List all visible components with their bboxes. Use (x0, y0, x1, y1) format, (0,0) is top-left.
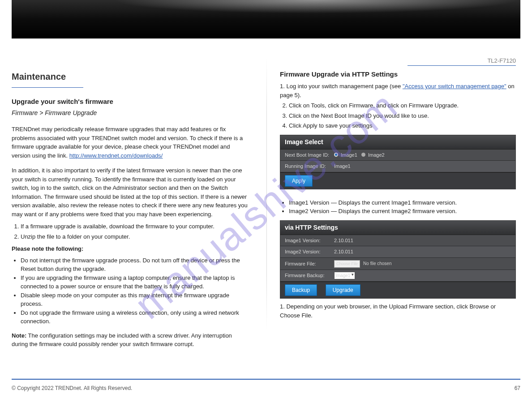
radio-image2[interactable] (361, 153, 365, 157)
subhead: Upgrade your switch's firmware (12, 97, 248, 107)
tips-list: Do not interrupt the firmware upgrade pr… (12, 256, 248, 326)
note-bold: Note: (12, 332, 26, 339)
list-item: If you are upgrading the firmware using … (21, 274, 248, 291)
running-label: Running Image ID: (285, 163, 334, 170)
right-steps: Click on Tools, click on Firmware, and c… (280, 101, 516, 130)
list-item: If a firmware upgrade is available, down… (21, 222, 248, 231)
right-heading: Firmware Upgrade via HTTP Settings (280, 69, 516, 80)
list-item: Click Apply to save your settings (289, 121, 516, 130)
image-select-panel: Image Select Next Boot Image ID: Image1 … (280, 135, 516, 189)
fw-backup-label: Firmware Backup: (285, 272, 334, 279)
caption-text: Depending on your web browser, in the Up… (280, 303, 496, 319)
table-row: Running Image ID: Image1 (280, 161, 515, 172)
section-title: Maintenance (12, 70, 248, 83)
table-row: Image2 Version: 2.10.011 (280, 246, 515, 258)
list-item: Click on Tools, click on Firmware, and c… (289, 101, 516, 110)
table-row: Image1 Version: 2.10.011 (280, 235, 515, 247)
radio-label: Image1 (341, 152, 357, 158)
right-underline (408, 65, 516, 66)
para2: In addition, it is also important to ver… (12, 166, 248, 218)
page-number: 67 (515, 385, 520, 391)
backup-button[interactable]: Backup (285, 284, 317, 296)
via-http-settings-panel: via HTTP Settings Image1 Version: 2.10.0… (280, 220, 516, 299)
apply-button[interactable]: Apply (285, 175, 313, 187)
subintro: Firmware > Firmware Upgrade (12, 108, 248, 118)
copyright: © Copyright 2022 TRENDnet. All Rights Re… (12, 385, 132, 391)
footer-rule (12, 379, 520, 380)
caption: 1. Depending on your web browser, in the… (280, 302, 516, 320)
img1v-value: 2.10.011 (334, 237, 511, 244)
downloads-link[interactable]: http://www.trendnet.com/downloads/ (69, 152, 163, 159)
choose-file-button[interactable]: Choose File (334, 260, 360, 268)
panel-title: via HTTP Settings (280, 221, 515, 235)
list-item: Image2 Version — Displays the current Im… (289, 207, 516, 216)
tips-label: Please note the following: (12, 245, 83, 252)
list-item: Unzip the file to a folder on your compu… (21, 232, 248, 241)
panel-title: Image Select (280, 135, 515, 150)
caption-num: 1. (280, 303, 285, 310)
next-boot-label: Next Boot Image ID: (285, 151, 334, 159)
radio-image1[interactable] (334, 153, 338, 157)
left-steps: If a firmware upgrade is available, down… (12, 222, 248, 241)
header-banner (12, 0, 520, 39)
list-item: Do not upgrade the firmware using a wire… (21, 308, 248, 326)
list-item: Disable sleep mode on your computer as t… (21, 291, 248, 308)
upgrade-button[interactable]: Upgrade (326, 284, 360, 296)
img2v-value: 2.10.011 (334, 248, 511, 256)
footer: © Copyright 2022 TRENDnet. All Rights Re… (12, 385, 520, 391)
img2v-label: Image2 Version: (285, 248, 334, 256)
list-item: Click on the Next Boot Image ID you woul… (289, 111, 516, 120)
fw-file-label: Firmware File: (285, 260, 334, 268)
list-item: Image1 Version — Displays the current Im… (289, 198, 516, 207)
note-text: The configuration settings may be includ… (12, 332, 232, 348)
table-row: Firmware File: Choose File No file chose… (280, 258, 515, 270)
section-underline (12, 85, 83, 88)
model-label: TL2-F7120 (280, 56, 516, 65)
instr-text: 1. Log into your switch management page … (280, 83, 403, 90)
instr-link[interactable]: "Access your switch management page" (403, 83, 506, 90)
running-value: Image1 (334, 163, 511, 170)
bullets-list: Image1 Version — Displays the current Im… (280, 198, 516, 216)
fw-backup-select[interactable]: Image1 (334, 272, 355, 279)
table-row: Next Boot Image ID: Image1 Image2 (280, 150, 515, 161)
img1v-label: Image1 Version: (285, 237, 334, 244)
no-file-text: No file chosen (363, 261, 391, 266)
radio-label: Image2 (368, 152, 385, 158)
table-row: Firmware Backup: Image1 (280, 270, 515, 282)
list-item: Do not interrupt the firmware upgrade pr… (21, 256, 248, 274)
